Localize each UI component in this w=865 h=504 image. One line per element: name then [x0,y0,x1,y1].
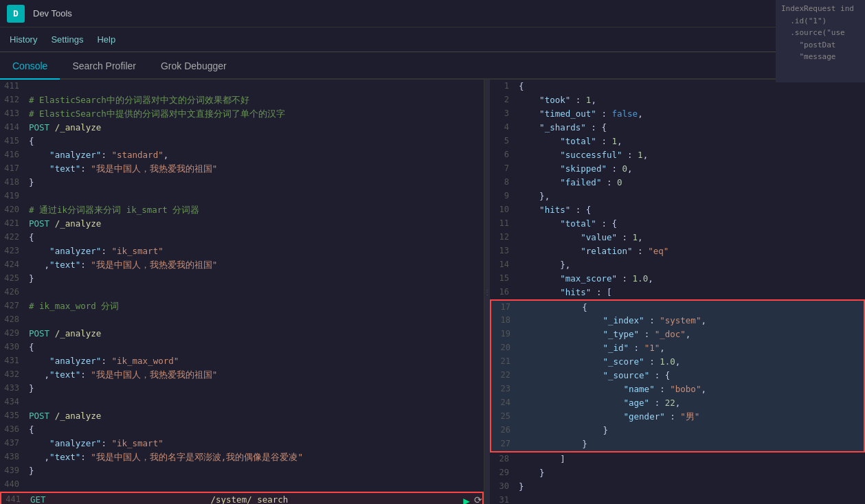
line-content: "value" : 1, [516,231,865,244]
line-content: POST /_analyze [26,121,484,135]
line-content: "_type" : "_doc", [517,328,864,341]
line-content: "text": "我是中国人，我热爱我的祖国" [26,162,484,176]
line-number: 2 [490,93,516,107]
line-number: 437 [0,437,26,450]
output-line: 21 "_score" : 1.0, [490,355,865,369]
line-content: ,"text": "我是中国人，我热爱我的祖国" [26,258,484,272]
editor-line: 423 "analyzer": "ik_smart" [0,244,484,258]
line-number: 15 [490,272,516,286]
nav-bar: History Settings Help [0,27,865,52]
line-content: "timed_out" : false, [516,107,865,121]
line-number: 28 [490,453,516,466]
line-number: 3 [490,107,516,121]
editor-line: 432 ,"text": "我是中国人，我热爱我的祖国" [0,368,484,382]
line-content [26,80,484,93]
editor-line: 416 "analyzer": "standard", [0,148,484,162]
line-content: }, [516,190,865,203]
line-content: ,"text": "我是中国人，我的名字是邓澎波,我的偶像是谷爱凌" [26,450,484,464]
editor-line: 428 [0,313,484,327]
editor-line: 431 "analyzer": "ik_max_word" [0,354,484,368]
line-number: 420 [0,203,26,217]
line-number: 421 [0,217,26,231]
line-number: 9 [490,190,516,203]
copy-button[interactable]: ⟳ [474,493,482,504]
line-number: 413 [0,107,26,121]
line-number: 7 [490,162,516,176]
tab-search-profiler[interactable]: Search Profiler [60,54,148,80]
line-number: 19 [491,328,517,341]
line-number: 17 [491,301,517,314]
editor-line: 424 ,"text": "我是中国人，我热爱我的祖国" [0,258,484,272]
line-number: 27 [491,437,517,450]
line-content: } [517,424,864,437]
line-content: "_id" : "1", [517,341,864,355]
editor-line: 436 { [0,423,484,437]
line-content: # 通过ik分词器来分词 ik_smart 分词器 [26,203,484,217]
line-number: 24 [491,396,517,410]
line-number: 10 [490,203,516,217]
editor-panel[interactable]: 411 412 # ElasticSearch中的分词器对中文的分词效果都不好 … [0,80,484,504]
line-number: 13 [490,244,516,258]
app-title: Dev Tools [33,8,72,19]
editor-line: 421 POST /_analyze [0,217,484,231]
output-line: 12 "value" : 1, [490,231,865,244]
line-content: "analyzer": "ik_max_word" [26,354,484,368]
line-content: { [517,301,864,314]
input-line[interactable]: 441 GET /system/_search ▶ ⟳ [0,492,484,504]
nav-help[interactable]: Help [97,30,115,49]
output-line: 17 { [490,299,865,314]
line-number: 29 [490,466,516,480]
editor-line: 422 { [0,231,484,244]
line-content: "failed" : 0 [516,176,865,190]
nav-settings[interactable]: Settings [51,30,83,49]
line-number: 435 [0,409,26,423]
line-content: } [26,272,484,286]
output-line: 5 "total" : 1, [490,135,865,148]
editor-line: 418 } [0,176,484,190]
editor-line: 412 # ElasticSearch中的分词器对中文的分词效果都不好 [0,93,484,107]
editor-line: 437 "analyzer": "ik_smart" [0,437,484,450]
run-button[interactable]: ▶ [463,493,470,504]
editor-line: 430 { [0,341,484,354]
editor-line: 427 # ik_max_word 分词 [0,299,484,313]
editor-line: 425 } [0,272,484,286]
output-line: 30 } [490,480,865,494]
input-content[interactable]: GET [27,493,205,504]
app-icon: D [7,5,25,23]
line-content: { [26,341,484,354]
output-line: 18 "_index" : "system", [490,314,865,328]
line-number: 419 [0,190,26,203]
output-line: 2 "took" : 1, [490,93,865,107]
line-number: 436 [0,423,26,437]
line-content: { [26,135,484,148]
editor-code: 411 412 # ElasticSearch中的分词器对中文的分词效果都不好 … [0,80,484,504]
line-content: "skipped" : 0, [516,162,865,176]
line-number: 440 [0,478,26,492]
panel-divider[interactable]: ⋮ [484,80,490,504]
nav-history[interactable]: History [10,30,37,49]
line-number: 1 [490,80,516,93]
line-content: "age" : 22, [517,396,864,410]
side-panel-hint: IndexRequest ind .id("1") .source("use "… [776,0,865,82]
tab-grok-debugger[interactable]: Grok Debugger [148,54,239,80]
line-content: } [517,437,864,450]
line-number: 30 [490,480,516,494]
line-number: 430 [0,341,26,354]
output-line: 24 "age" : 22, [490,396,865,410]
output-line: 20 "_id" : "1", [490,341,865,355]
line-number: 5 [490,135,516,148]
line-content: POST /_analyze [26,217,484,231]
line-content: "_score" : 1.0, [517,355,864,369]
tab-bar: Console Search Profiler Grok Debugger [0,52,865,80]
line-number: 22 [491,369,517,382]
line-number: 23 [491,382,517,396]
line-number: 26 [491,424,517,437]
output-panel[interactable]: 1 { 2 "took" : 1, 3 "timed_out" : false,… [490,80,865,504]
line-content: "successful" : 1, [516,148,865,162]
line-content: }, [516,258,865,272]
line-content: "relation" : "eq" [516,244,865,258]
line-content: "gender" : "男" [517,410,864,424]
line-content [26,478,484,492]
tab-console[interactable]: Console [0,54,60,80]
line-number: 25 [491,410,517,424]
